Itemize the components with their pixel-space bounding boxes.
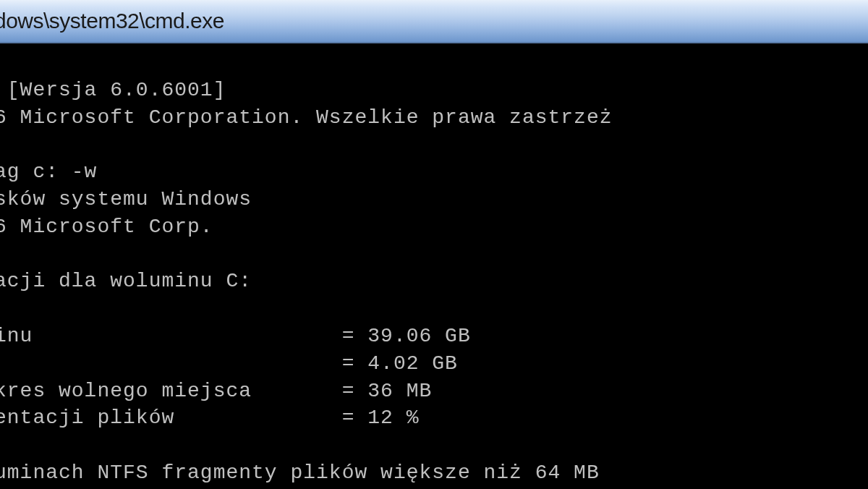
terminal-line: uminach NTFS fragmenty plików większe ni…: [0, 462, 600, 484]
terminal-line: 6 Microsoft Corp.: [0, 216, 213, 238]
terminal-line: kres wolnego miejsca = 36 MB: [0, 380, 432, 402]
terminal-line: entacji plików = 12 %: [0, 407, 420, 429]
terminal-output[interactable]: [Wersja 6.0.6001] 6 Microsoft Corporatio…: [0, 43, 868, 489]
terminal-line: acji dla woluminu C:: [0, 270, 252, 292]
terminal-line: inu = 39.06 GB: [0, 325, 471, 347]
terminal-line: sków systemu Windows: [0, 188, 252, 211]
terminal-line: = 4.02 GB: [0, 352, 458, 375]
terminal-line: [Wersja 6.0.6001]: [0, 79, 226, 101]
terminal-line: ag c: -w: [0, 161, 97, 183]
terminal-line: 6 Microsoft Corporation. Wszelkie prawa …: [0, 106, 613, 129]
window-title-bar[interactable]: dows\system32\cmd.exe: [0, 0, 868, 43]
window-title-text: dows\system32\cmd.exe: [0, 9, 224, 33]
